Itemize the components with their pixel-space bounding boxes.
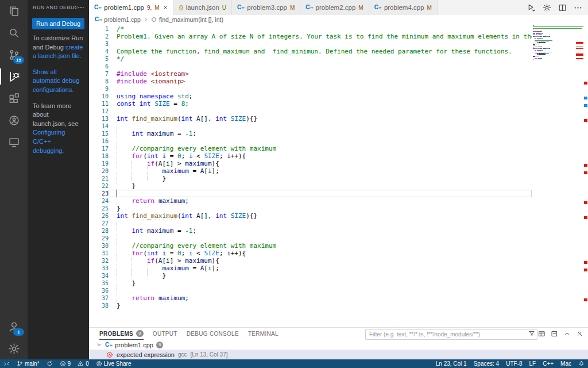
settings-icon[interactable] — [543, 3, 551, 12]
code-line[interactable]: 7#include <iostream> — [89, 70, 532, 78]
activity-accounts[interactable]: 1 — [0, 316, 28, 338]
code-line[interactable]: 9 — [89, 85, 532, 93]
sidebar-link[interactable]: Configuring C/C++ debugging. — [33, 129, 65, 154]
problems-file-group[interactable]: C++ problem1.cpp 9 — [89, 340, 588, 350]
code-line[interactable]: 24 return maximum; — [89, 197, 532, 205]
code-token: return — [132, 197, 155, 205]
code-line[interactable]: 34 } — [89, 272, 532, 279]
code-line[interactable]: 30 //comparing every element with maximu… — [89, 242, 532, 250]
overview-mark — [584, 261, 587, 264]
activity-remote-explorer[interactable] — [0, 131, 28, 153]
status-notifications[interactable] — [575, 359, 588, 368]
code-line[interactable]: 4Complete the function, find_maximun and… — [89, 48, 532, 55]
tab-problem3.cpp[interactable]: C++problem3.cppM — [232, 0, 300, 15]
filter-funnel-icon[interactable] — [528, 330, 535, 337]
code-line[interactable]: 8#include <iomanip> — [89, 78, 532, 85]
code-line[interactable]: 21 } — [89, 175, 532, 182]
panel-tab-terminal[interactable]: TERMINAL — [248, 328, 278, 340]
code-line[interactable]: 10using namespace std; — [89, 93, 532, 100]
code-line[interactable]: 5*/ — [89, 55, 532, 63]
panel-tab-problems[interactable]: PROBLEMS9 — [99, 328, 144, 340]
status-warnings[interactable]: 0 — [74, 359, 92, 368]
code-line[interactable]: 28 int maximum = -1; — [89, 227, 532, 235]
code-line[interactable]: 31 for(int i = 0; i < SIZE; i++){ — [89, 250, 532, 257]
code-line[interactable]: 26int find_maximum(int A[], int SIZE){} — [89, 212, 532, 220]
view-as-table-icon[interactable] — [538, 330, 546, 338]
status-remote[interactable] — [0, 359, 13, 368]
activity-source-control[interactable]: 15 — [0, 44, 28, 66]
status-language-mode[interactable]: C++ — [539, 359, 557, 368]
code-line[interactable]: 2Problem1. Given an array A of size N of… — [89, 33, 532, 40]
code-line[interactable]: 19 if(A[i] > maximum){ — [89, 160, 532, 167]
problems-filter-input[interactable] — [365, 329, 537, 340]
code-line[interactable]: 15 int maximum = -1; — [89, 130, 532, 137]
code-line[interactable]: 20 maximum = A[i]; — [89, 167, 532, 175]
code-line[interactable]: 36 — [89, 287, 532, 294]
code-token: 0 — [177, 250, 181, 257]
code-line[interactable]: 1/* — [89, 25, 532, 33]
code-line[interactable]: 38} — [89, 302, 532, 309]
more-icon[interactable] — [574, 3, 582, 12]
code-line[interactable]: 29 — [89, 235, 532, 242]
line-number: 35 — [89, 279, 109, 287]
code-line[interactable]: 35 } — [89, 279, 532, 287]
maximize-panel-icon[interactable] — [563, 330, 571, 338]
activity-extensions[interactable] — [0, 87, 28, 109]
breadcrumb-symbol[interactable]: find_maximum(int [], int) — [159, 16, 223, 23]
status-sync[interactable] — [43, 359, 56, 368]
code-line[interactable]: 37 return maximum; — [89, 294, 532, 302]
tab-problem4.cpp[interactable]: C++problem4.cppM — [369, 0, 438, 15]
code-line[interactable]: 23 — [89, 190, 532, 197]
indent-guide — [131, 160, 132, 167]
code-token: Complete the function, find_maximun and … — [117, 48, 512, 55]
minimap[interactable] — [533, 25, 583, 60]
code-line[interactable]: 27 — [89, 220, 532, 227]
activity-run-and-debug[interactable] — [0, 66, 28, 87]
code-line[interactable]: 13int find_maximum(int A[], int SIZE){} — [89, 115, 532, 122]
status-eol[interactable]: LF — [526, 359, 540, 368]
status-live-share[interactable]: Live Share — [92, 359, 135, 368]
code-line[interactable]: 11const int SIZE = 8; — [89, 100, 532, 108]
code-line[interactable]: 16 — [89, 137, 532, 145]
code-line[interactable]: 22 } — [89, 182, 532, 190]
activity-settings[interactable] — [0, 338, 28, 359]
problem-row[interactable]: expected expression gcc [Ln 13, Col 37] — [89, 350, 588, 359]
breadcrumb-file[interactable]: problem1.cpp — [104, 16, 141, 23]
panel-tab-output[interactable]: OUTPUT — [153, 328, 177, 340]
status-cursor-position[interactable]: Ln 23, Col 1 — [432, 359, 470, 368]
activity-explorer[interactable] — [0, 0, 28, 22]
status-git-branch[interactable]: main* — [13, 359, 43, 368]
code-line[interactable]: 33 maximum = A[i]; — [89, 264, 532, 272]
collapse-all-icon[interactable] — [551, 330, 558, 338]
code-lines[interactable]: 1/*2Problem1. Given an array A of size N… — [89, 25, 532, 309]
run-icon[interactable] — [527, 3, 536, 12]
status-errors[interactable]: 9 — [56, 359, 75, 368]
code-line[interactable]: 32 if(A[i] > maximum){ — [89, 257, 532, 264]
badge: 1 — [13, 328, 24, 336]
chevron-down-icon[interactable] — [96, 342, 102, 348]
panel-tab-debug-console[interactable]: DEBUG CONSOLE — [187, 328, 239, 340]
status-indentation[interactable]: Spaces: 4 — [470, 359, 502, 368]
code-line[interactable]: 18 for(int i = 0; i < SIZE; i++){ — [89, 152, 532, 160]
code-line[interactable]: 12 — [89, 108, 532, 115]
close-panel-icon[interactable] — [576, 330, 583, 338]
tab-problem2.cpp[interactable]: C++problem2.cppM — [300, 0, 369, 15]
close-icon[interactable] — [163, 5, 168, 10]
activity-live-share[interactable] — [0, 109, 28, 131]
code-line[interactable]: 17 //comparing every element with maximu… — [89, 145, 532, 152]
sidebar-link[interactable]: Show all automatic debug configurations. — [33, 68, 79, 93]
activity-search[interactable] — [0, 22, 28, 44]
code-line[interactable]: 3 — [89, 40, 532, 48]
code-line[interactable]: 25} — [89, 205, 532, 212]
breadcrumb[interactable]: C++ problem1.cpp find_maximum(int [], in… — [89, 15, 588, 24]
status-cpp-configuration[interactable]: Mac — [557, 359, 575, 368]
code-line[interactable]: 14 — [89, 122, 532, 130]
tab-launch.json[interactable]: {}launch.jsonU — [174, 0, 232, 15]
split-editor-icon[interactable] — [558, 3, 567, 12]
status-encoding[interactable]: UTF-8 — [502, 359, 525, 368]
code-editor[interactable]: 1/*2Problem1. Given an array A of size N… — [89, 24, 588, 328]
run-and-debug-button[interactable]: Run and Debug — [32, 18, 84, 29]
more-actions-icon[interactable] — [78, 4, 84, 11]
tab-problem1.cpp[interactable]: C++problem1.cpp9,M — [89, 0, 174, 15]
code-line[interactable]: 6 — [89, 63, 532, 70]
